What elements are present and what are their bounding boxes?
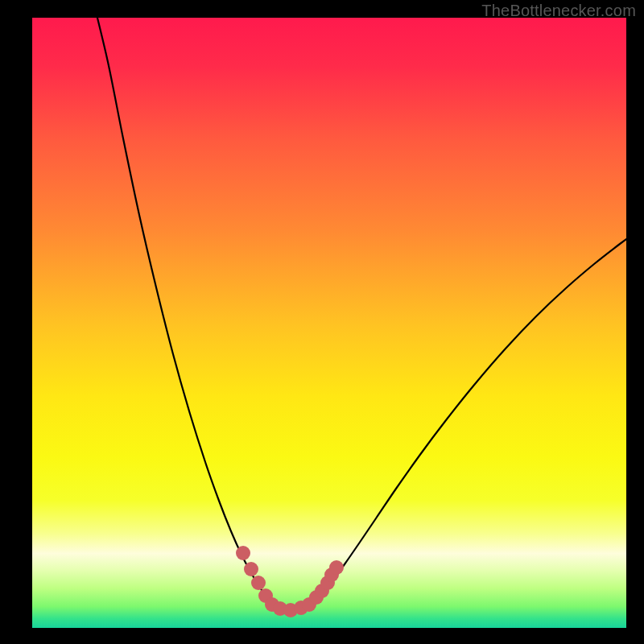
chart-frame: TheBottlenecker.com [0, 0, 644, 644]
curve-marker [236, 546, 250, 560]
curve-marker [329, 560, 344, 575]
plot-area [32, 18, 626, 628]
curve-marker [251, 576, 266, 590]
curve-marker [244, 562, 258, 576]
gradient-background [32, 18, 626, 628]
bottleneck-chart [32, 18, 626, 628]
